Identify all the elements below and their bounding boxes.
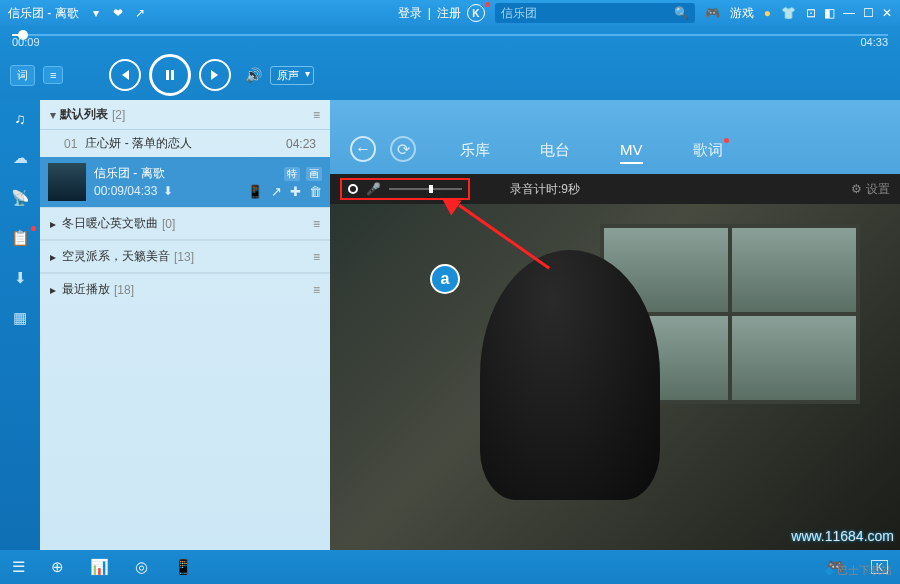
next-button[interactable] (199, 59, 231, 91)
add-icon[interactable]: ⊕ (51, 558, 64, 576)
slider-knob[interactable] (429, 185, 433, 193)
sidebar-music-icon[interactable]: ♫ (14, 110, 25, 127)
sidebar-apps-icon[interactable]: ▦ (13, 309, 27, 327)
category-menu-icon[interactable]: ≡ (313, 250, 320, 264)
mini-mode-icon[interactable]: ⊡ (806, 6, 816, 20)
tab-mv[interactable]: MV (620, 141, 643, 164)
volume-icon[interactable]: 🔊 (245, 67, 262, 83)
register-link[interactable]: 注册 (437, 5, 461, 22)
track-delete-icon[interactable]: 🗑 (309, 184, 322, 199)
skin-icon[interactable]: 👕 (781, 6, 796, 20)
bottom-toolbar: ☰ ⊕ 📊 ◎ 📱 🎮 K (0, 550, 900, 584)
video-player[interactable]: a (330, 204, 900, 550)
search-box[interactable]: 🔍 (495, 3, 695, 23)
expand-icon[interactable]: ▸ (50, 217, 56, 231)
login-link[interactable]: 登录 (398, 5, 422, 22)
track-row[interactable]: 01 庄心妍 - 落单的恋人 04:23 (40, 130, 330, 157)
category-title: 空灵派系，天籁美音 (62, 248, 170, 265)
mic-volume-slider[interactable] (389, 188, 462, 190)
record-timer-label: 录音计时:9秒 (510, 181, 580, 198)
playlist-category[interactable]: ▸ 空灵派系，天籁美音 [13] ≡ (40, 240, 330, 273)
track-more-icon[interactable]: ✚ (290, 184, 301, 199)
content-area: ← ⟳ 乐库 电台 MV 歌词 🎤 录音计时:9秒 (330, 100, 900, 550)
pause-button[interactable] (149, 54, 191, 96)
track-share-icon[interactable]: ↗ (271, 184, 282, 199)
eq-button[interactable]: ≡ (43, 66, 63, 84)
album-thumb (48, 163, 86, 201)
track-tag[interactable]: 画 (306, 167, 322, 181)
video-scene-figure (480, 250, 660, 500)
record-button[interactable] (348, 184, 358, 194)
account-area: 登录 | 注册 K (398, 4, 485, 22)
compact-icon[interactable]: ◧ (824, 6, 835, 20)
sidebar-cloud-icon[interactable]: ☁ (13, 149, 28, 167)
shuffle-icon[interactable]: ☰ (12, 558, 25, 576)
image-watermark: www.11684.com (791, 528, 894, 544)
expand-icon[interactable]: ▸ (50, 250, 56, 264)
dropdown-icon[interactable]: ▾ (93, 6, 99, 20)
playlist-category[interactable]: ▸ 最近播放 [18] ≡ (40, 273, 330, 305)
category-menu-icon[interactable]: ≡ (313, 217, 320, 231)
mobile-icon[interactable]: 📱 (174, 558, 193, 576)
seek-track[interactable] (12, 34, 888, 36)
playlist-count: [2] (112, 108, 125, 122)
playlist-category[interactable]: ▸ 冬日暖心英文歌曲 [0] ≡ (40, 207, 330, 240)
category-count: [13] (174, 250, 194, 264)
track-duration: 04:23 (286, 137, 316, 151)
svg-rect-1 (171, 70, 174, 80)
discover-icon[interactable]: ◎ (135, 558, 148, 576)
tab-radio[interactable]: 电台 (540, 141, 570, 164)
tab-library[interactable]: 乐库 (460, 141, 490, 164)
active-track-title: 信乐团 - 离歌 (94, 165, 165, 182)
collapse-icon[interactable]: ▾ (50, 108, 56, 122)
mic-icon[interactable]: 🎤 (366, 182, 381, 196)
lyric-button[interactable]: 词 (10, 65, 35, 86)
playlist-title: 默认列表 (60, 106, 108, 123)
now-playing-title: 信乐团 - 离歌 (8, 5, 89, 22)
track-title: 庄心妍 - 落单的恋人 (85, 135, 192, 152)
tab-lyrics[interactable]: 歌词 (693, 141, 723, 164)
sidebar-radio-icon[interactable]: 📡 (11, 189, 30, 207)
sidebar-download-icon[interactable]: ⬇ (14, 269, 27, 287)
refresh-button[interactable]: ⟳ (390, 136, 416, 162)
svg-rect-0 (166, 70, 169, 80)
footer-brand: ◆ 巴士下载站 (825, 563, 892, 578)
playlist-header[interactable]: ▾ 默认列表 [2] ≡ (40, 100, 330, 130)
track-index: 01 (64, 137, 77, 151)
back-button[interactable]: ← (350, 136, 376, 162)
brand-icon: ◆ (825, 564, 833, 577)
search-icon[interactable]: 🔍 (674, 6, 689, 20)
brand-text: 巴士下载站 (837, 563, 892, 578)
games-icon[interactable]: 🎮 (705, 6, 720, 20)
favorite-icon[interactable]: ❤ (113, 6, 123, 20)
share-icon[interactable]: ↗ (135, 6, 145, 20)
coin-icon[interactable]: ● (764, 6, 771, 20)
title-bar: 信乐团 - 离歌 ▾ ❤ ↗ 登录 | 注册 K 🔍 🎮 游戏 ● 👕 ⊡ ◧ … (0, 0, 900, 26)
search-input[interactable] (501, 6, 674, 20)
games-label[interactable]: 游戏 (730, 5, 754, 22)
close-icon[interactable]: ✕ (882, 6, 892, 20)
playlist-menu-icon[interactable]: ≡ (313, 108, 320, 122)
category-menu-icon[interactable]: ≡ (313, 283, 320, 297)
category-title: 冬日暖心英文歌曲 (62, 215, 158, 232)
sound-mode-select[interactable]: 原声 (270, 66, 314, 85)
record-settings[interactable]: ⚙ 设置 (851, 181, 890, 198)
track-mobile-icon[interactable]: 📱 (247, 184, 263, 199)
track-row-active[interactable]: 信乐团 - 离歌 特 画 00:09/04:33 ⬇ 📱 ↗ ✚ � (40, 157, 330, 207)
video-watermark-logo: a (430, 264, 460, 294)
track-download-icon[interactable]: ⬇ (163, 184, 173, 199)
expand-icon[interactable]: ▸ (50, 283, 56, 297)
maximize-icon[interactable]: ☐ (863, 6, 874, 20)
sidebar-list-icon[interactable]: 📋 (11, 229, 30, 247)
track-tag[interactable]: 特 (284, 167, 300, 181)
category-title: 最近播放 (62, 281, 110, 298)
category-count: [18] (114, 283, 134, 297)
kugou-logo-icon[interactable]: K (467, 4, 485, 22)
time-current: 00:09 (12, 36, 40, 48)
equalizer-icon[interactable]: 📊 (90, 558, 109, 576)
record-bar: 🎤 录音计时:9秒 ⚙ 设置 (330, 174, 900, 204)
seek-bar[interactable]: 00:09 04:33 (0, 26, 900, 50)
time-total: 04:33 (860, 36, 888, 48)
minimize-icon[interactable]: — (843, 6, 855, 20)
prev-button[interactable] (109, 59, 141, 91)
